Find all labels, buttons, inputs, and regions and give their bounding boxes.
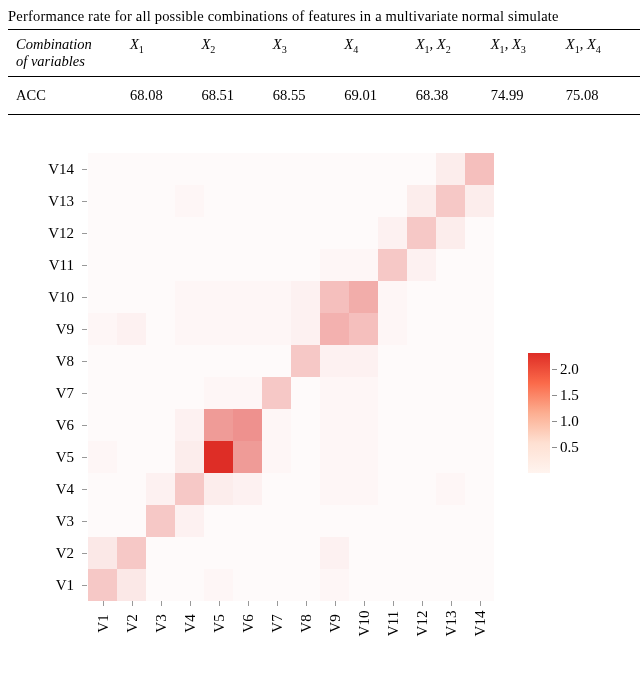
legend-tick-label: 1.0 — [560, 412, 579, 429]
heatmap-cell — [88, 281, 117, 313]
heatmap-cell — [204, 249, 233, 281]
legend-tick-label: 0.5 — [560, 438, 579, 455]
heatmap-cell — [233, 217, 262, 249]
heatmap-cell — [436, 441, 465, 473]
heatmap-cell — [465, 153, 494, 185]
heatmap-cell — [320, 185, 349, 217]
x-tick-label: V1 — [88, 611, 117, 671]
heatmap-cell — [320, 377, 349, 409]
x-tick-label: V14 — [465, 611, 494, 671]
heatmap-cell — [291, 217, 320, 249]
heatmap-cell — [436, 377, 465, 409]
heatmap-cell — [88, 409, 117, 441]
heatmap-cell — [465, 473, 494, 505]
heatmap-cell — [117, 153, 146, 185]
x-axis-ticks — [88, 601, 494, 607]
heatmap-cell — [117, 185, 146, 217]
heatmap-cell — [407, 313, 436, 345]
heatmap-cell — [262, 409, 291, 441]
heatmap-cell — [291, 473, 320, 505]
heatmap-cell — [233, 569, 262, 601]
heatmap-cell — [204, 185, 233, 217]
heatmap-cell — [378, 377, 407, 409]
heatmap-cell — [146, 153, 175, 185]
heatmap-cell — [233, 441, 262, 473]
heatmap-cell — [117, 313, 146, 345]
heatmap-cell — [320, 281, 349, 313]
heatmap-cell — [465, 505, 494, 537]
heatmap-cell — [407, 537, 436, 569]
y-tick-label: V5 — [28, 441, 80, 473]
heatmap-cell — [117, 473, 146, 505]
heatmap-cell — [378, 569, 407, 601]
heatmap-chart: V14V13V12V11V10V9V8V7V6V5V4V3V2V1 V1V2V3… — [8, 143, 640, 683]
heatmap-cell — [175, 441, 204, 473]
heatmap-cell — [88, 377, 117, 409]
heatmap-cell — [349, 473, 378, 505]
heatmap-cell — [378, 185, 407, 217]
heatmap-cell — [349, 377, 378, 409]
heatmap-cell — [378, 345, 407, 377]
heatmap-cell — [88, 569, 117, 601]
header-cell: X2, X3 — [633, 30, 640, 77]
color-legend: 2.01.51.00.5 — [528, 353, 628, 473]
heatmap-cell — [117, 569, 146, 601]
heatmap-cell — [204, 409, 233, 441]
heatmap-cell — [349, 537, 378, 569]
heatmap-cell — [291, 153, 320, 185]
heatmap-cell — [349, 185, 378, 217]
heatmap-cell — [175, 249, 204, 281]
heatmap-cell — [146, 537, 175, 569]
x-tick-label: V11 — [378, 611, 407, 671]
performance-table: Performance rate for all possible combin… — [8, 8, 640, 115]
heatmap-cell — [436, 281, 465, 313]
acc-cell: 74.86 — [633, 77, 640, 115]
heatmap-cell — [320, 537, 349, 569]
heatmap-cell — [233, 281, 262, 313]
header-cell: X4 — [336, 30, 407, 77]
heatmap-cell — [407, 345, 436, 377]
heatmap-cell — [204, 217, 233, 249]
heatmap-cell — [204, 537, 233, 569]
x-tick-label: V4 — [175, 611, 204, 671]
heatmap-cell — [378, 217, 407, 249]
heatmap-cell — [175, 281, 204, 313]
heatmap-cell — [349, 281, 378, 313]
heatmap-cell — [175, 377, 204, 409]
heatmap-cell — [146, 505, 175, 537]
x-axis-labels: V1V2V3V4V5V6V7V8V9V10V11V12V13V14 — [88, 611, 494, 671]
heatmap-cell — [175, 473, 204, 505]
heatmap-cell — [175, 217, 204, 249]
heatmap-cell — [378, 505, 407, 537]
y-tick-label: V13 — [28, 185, 80, 217]
heatmap-cell — [320, 505, 349, 537]
heatmap-cell — [233, 377, 262, 409]
heatmap-cell — [88, 505, 117, 537]
heatmap-cell — [117, 537, 146, 569]
header-cell: X2 — [193, 30, 264, 77]
heatmap-cell — [349, 441, 378, 473]
y-tick-label: V7 — [28, 377, 80, 409]
heatmap-cell — [436, 185, 465, 217]
heatmap-cell — [117, 377, 146, 409]
heatmap-cell — [465, 377, 494, 409]
heatmap-cell — [465, 345, 494, 377]
heatmap-cell — [465, 569, 494, 601]
legend-gradient — [528, 353, 550, 473]
heatmap-cell — [233, 537, 262, 569]
heatmap-cell — [407, 569, 436, 601]
heatmap-cell — [436, 153, 465, 185]
heatmap-cell — [262, 217, 291, 249]
heatmap-cell — [262, 537, 291, 569]
heatmap-cell — [291, 313, 320, 345]
heatmap-cell — [407, 505, 436, 537]
heatmap-cell — [262, 441, 291, 473]
heatmap-cell — [465, 217, 494, 249]
heatmap-cell — [146, 217, 175, 249]
table-acc-row: ACC 68.0868.5168.5569.0168.3874.9975.087… — [8, 77, 640, 115]
heatmap-cell — [378, 409, 407, 441]
heatmap-cell — [378, 313, 407, 345]
heatmap-cell — [175, 409, 204, 441]
y-tick-label: V4 — [28, 473, 80, 505]
heatmap-cell — [262, 473, 291, 505]
